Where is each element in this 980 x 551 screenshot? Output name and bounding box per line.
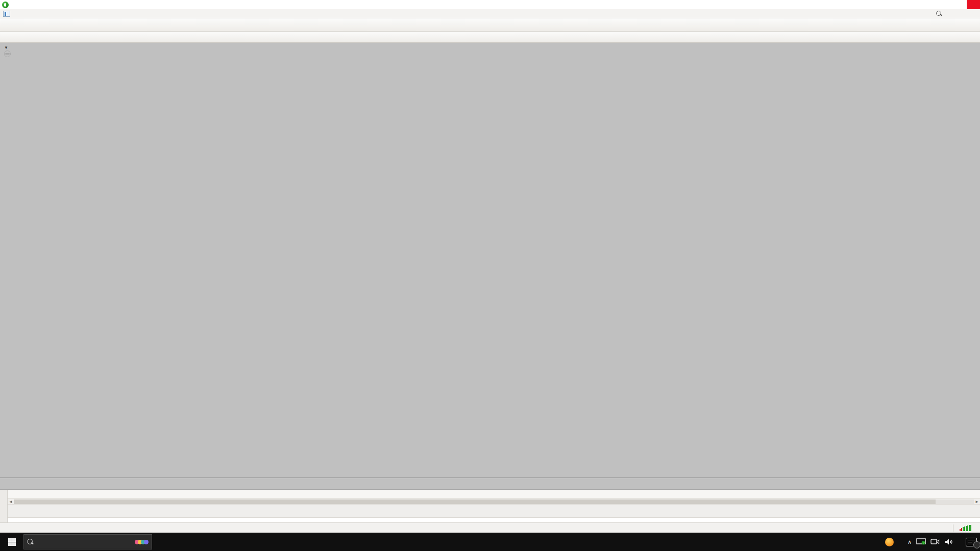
close-button[interactable] xyxy=(967,0,980,9)
start-button[interactable] xyxy=(0,533,23,551)
taskbar-search[interactable] xyxy=(23,534,152,549)
windows-logo-icon xyxy=(8,538,16,546)
metatrader-icon xyxy=(2,2,9,8)
symbol-label[interactable]: ▼ xyxy=(4,44,10,50)
search-icon xyxy=(27,539,34,545)
connection-bars-icon xyxy=(960,525,971,531)
status-bar xyxy=(0,522,980,533)
time-axis[interactable] xyxy=(0,478,980,489)
display-settings-icon[interactable] xyxy=(916,538,926,546)
price-chart[interactable] xyxy=(0,43,980,489)
minimize-button[interactable] xyxy=(940,0,953,9)
metatrader-window: ▼ ◄ ► xyxy=(0,0,980,551)
search-icon[interactable] xyxy=(936,11,942,17)
terminal-side-strip xyxy=(0,490,8,522)
mdi-restore-button[interactable] xyxy=(958,10,968,17)
mdi-close-button[interactable] xyxy=(968,10,978,17)
orders-table-header xyxy=(8,490,980,499)
scroll-right-icon[interactable]: ► xyxy=(974,499,980,504)
connection-status xyxy=(953,524,980,532)
mdi-minimize-button[interactable] xyxy=(947,10,958,17)
meet-now-icon[interactable] xyxy=(930,538,940,545)
terminal-hscrollbar[interactable]: ◄ ► xyxy=(8,499,980,505)
search-input[interactable] xyxy=(38,538,134,546)
windows-taskbar: ∧ xyxy=(0,533,980,551)
title-bar[interactable] xyxy=(0,0,980,9)
chevron-down-icon: ▼ xyxy=(4,45,8,50)
line-studies-toolbar xyxy=(0,32,980,43)
terminal-panel: ◄ ► xyxy=(0,489,980,522)
scroll-left-icon[interactable]: ◄ xyxy=(8,499,14,504)
news-banner xyxy=(4,51,13,57)
tray-expand-icon[interactable]: ∧ xyxy=(908,539,912,545)
system-tray: ∧ xyxy=(885,538,980,546)
news-icon xyxy=(4,51,11,57)
weather-sun-icon[interactable] xyxy=(885,538,894,546)
scrollbar-thumb[interactable] xyxy=(14,499,936,504)
terminal-tabs xyxy=(8,505,980,517)
chart-window-icon[interactable] xyxy=(3,11,10,17)
maximize-button[interactable] xyxy=(953,0,967,9)
orders-table-body xyxy=(8,517,980,522)
menu-bar xyxy=(0,9,980,18)
action-center-icon[interactable] xyxy=(966,538,977,546)
chart-area[interactable]: ▼ xyxy=(0,43,980,489)
volume-icon[interactable] xyxy=(944,538,953,545)
celebration-icon xyxy=(136,540,149,544)
standard-toolbar xyxy=(0,18,980,32)
notification-badge xyxy=(973,541,980,548)
